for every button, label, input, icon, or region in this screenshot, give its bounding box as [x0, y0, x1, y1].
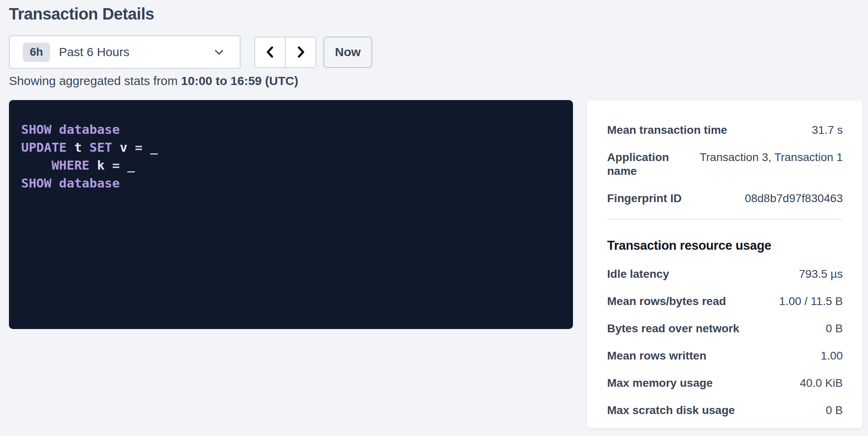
sql-token: SHOW — [21, 122, 59, 137]
stat-row-max-memory-usage: Max memory usage 40.0 KiB — [607, 376, 843, 390]
time-nav-button-group — [254, 37, 316, 68]
stat-value: 31.7 s — [812, 123, 843, 137]
sql-token: database — [59, 176, 119, 190]
stat-row-application-name: Application name Transaction 3, Transact… — [607, 150, 843, 178]
now-button[interactable]: Now — [323, 37, 372, 68]
stat-value: 793.5 µs — [799, 267, 843, 281]
sql-line: SHOW database — [21, 174, 561, 192]
aggregation-summary-range: 10:00 to 16:59 (UTC) — [181, 74, 298, 87]
sql-token: t — [74, 140, 89, 155]
stat-value: 1.00 — [821, 349, 843, 363]
time-picker-controls: 6h Past 6 Hours Now — [9, 35, 372, 69]
stat-value: Transaction 3, Transaction 1 — [700, 150, 843, 164]
stat-label: Max memory usage — [607, 376, 721, 390]
previous-interval-button[interactable] — [254, 37, 286, 68]
time-range-badge: 6h — [23, 43, 50, 62]
stat-label: Mean rows written — [607, 349, 714, 363]
stat-label: Mean rows/bytes read — [607, 294, 734, 308]
sql-token: = — [135, 140, 150, 155]
sql-token: SHOW — [21, 176, 59, 190]
stat-value: 0 B — [826, 403, 843, 417]
sql-token: v — [120, 140, 135, 155]
sql-token: _ — [150, 140, 158, 155]
stat-value: 40.0 KiB — [800, 376, 843, 390]
aggregation-summary: Showing aggregated stats from 10:00 to 1… — [9, 74, 298, 88]
stat-row-bytes-read-over-network: Bytes read over network 0 B — [607, 322, 843, 336]
stat-label: Mean transaction time — [607, 123, 736, 137]
stat-label: Max scratch disk usage — [607, 403, 743, 417]
stat-label: Application name — [607, 150, 700, 178]
stat-row-mean-rows-bytes-read: Mean rows/bytes read 1.00 / 11.5 B — [607, 294, 843, 308]
page-title: Transaction Details — [9, 5, 154, 23]
stat-row-mean-rows-written: Mean rows written 1.00 — [607, 349, 843, 363]
card-divider — [607, 219, 843, 220]
stat-label: Bytes read over network — [607, 322, 747, 336]
stat-label: Fingerprint ID — [607, 192, 690, 205]
sql-token: = — [112, 158, 127, 172]
sql-token: UPDATE — [21, 140, 74, 155]
time-range-dropdown[interactable]: 6h Past 6 Hours — [9, 35, 241, 69]
sql-line: WHERE k = _ — [21, 156, 561, 174]
sql-token: _ — [127, 158, 135, 172]
sql-token: database — [59, 122, 119, 137]
sql-line: UPDATE t SET v = _ — [21, 138, 561, 156]
sql-statement-box: SHOW database UPDATE t SET v = _ WHERE k… — [9, 100, 573, 329]
stat-row-fingerprint-id: Fingerprint ID 08d8b7d97f830463 — [607, 192, 843, 205]
stat-value: 1.00 / 11.5 B — [779, 294, 843, 308]
stat-label: Idle latency — [607, 267, 677, 281]
chevron-left-icon — [263, 45, 278, 59]
sql-token: k — [97, 158, 112, 172]
stat-row-mean-transaction-time: Mean transaction time 31.7 s — [607, 123, 843, 137]
time-range-label: Past 6 Hours — [59, 45, 129, 59]
sql-line: SHOW database — [21, 120, 561, 138]
next-interval-button[interactable] — [285, 37, 316, 68]
chevron-right-icon — [293, 45, 308, 59]
stat-value: 08d8b7d97f830463 — [745, 192, 843, 205]
sql-token: WHERE — [21, 158, 97, 172]
stat-row-max-scratch-disk-usage: Max scratch disk usage 0 B — [607, 403, 843, 417]
stat-value: 0 B — [826, 322, 843, 336]
resource-usage-heading: Transaction resource usage — [607, 238, 843, 253]
transaction-details-card: Mean transaction time 31.7 s Application… — [586, 100, 863, 428]
chevron-down-icon — [212, 45, 226, 59]
aggregation-summary-prefix: Showing aggregated stats from — [9, 74, 181, 87]
sql-token: SET — [89, 140, 120, 155]
stat-row-idle-latency: Idle latency 793.5 µs — [607, 267, 843, 281]
